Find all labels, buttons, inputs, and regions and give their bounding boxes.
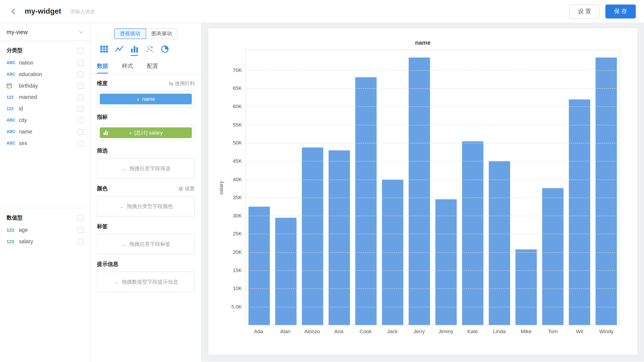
filter-dropzone[interactable]: → 拖拽任意字段筛选 xyxy=(97,158,195,179)
settings-button[interactable]: 设 置 xyxy=(569,4,600,18)
field-sidebar: my-view 分类型 ABCnationABCeducationbirthda… xyxy=(0,23,90,362)
plot-area: 5.0K10K15K20K25K30K35K40K45K50K55K60K65K… xyxy=(245,50,620,326)
dimension-holder: ∨ name xyxy=(97,91,195,107)
bar-Tom[interactable] xyxy=(542,188,563,325)
bar-Windy[interactable] xyxy=(595,58,617,325)
color-settings-label: 设置 xyxy=(185,185,195,192)
field-checkbox[interactable] xyxy=(78,60,84,66)
numeric-section-title: 数值型 xyxy=(7,214,22,221)
label-dropzone[interactable]: → 拖拽任意字段标签 xyxy=(97,234,195,254)
color-dropzone[interactable]: → 拖拽分类型字段颜色 xyxy=(97,196,195,216)
field-checkbox[interactable] xyxy=(78,106,84,112)
categorical-select-all-checkbox[interactable] xyxy=(78,48,84,54)
tab-样式[interactable]: 样式 xyxy=(122,59,133,74)
tooltip-title: 提示信息 xyxy=(97,260,118,268)
bar-chart-icon[interactable] xyxy=(130,44,139,53)
use-rows-cols-button[interactable]: ⇆ 使用行列 xyxy=(169,80,195,87)
field-item-name[interactable]: ABCname xyxy=(7,129,84,135)
label-placeholder: 拖拽任意字段标签 xyxy=(129,240,170,248)
label-title: 标签 xyxy=(97,223,108,230)
gridline xyxy=(246,106,620,107)
field-item-age[interactable]: 123age xyxy=(7,227,84,233)
field-checkbox[interactable] xyxy=(78,71,84,77)
x-label-Tom: Tom xyxy=(540,329,566,334)
field-checkbox[interactable] xyxy=(78,94,84,100)
bar-Mike[interactable] xyxy=(515,249,536,325)
tab-配置[interactable]: 配置 xyxy=(147,59,158,74)
x-label-Jerry: Jerry xyxy=(406,329,432,334)
dimension-header: 维度 ⇆ 使用行列 xyxy=(97,80,195,87)
field-checkbox[interactable] xyxy=(78,238,84,244)
metric-header: 指标 xyxy=(97,114,195,121)
bar-Alonzo[interactable] xyxy=(302,148,323,325)
bar-Linda[interactable] xyxy=(489,161,510,325)
bar-Alan[interactable] xyxy=(275,218,296,325)
bar-Wil[interactable] xyxy=(569,100,590,325)
tab-数据[interactable]: 数据 xyxy=(97,59,108,74)
y-tick-label: 35K xyxy=(233,194,242,200)
bar-Aria[interactable] xyxy=(328,150,350,325)
bar-Kate[interactable] xyxy=(462,141,483,325)
chart-type-selector xyxy=(90,39,201,58)
field-checkbox[interactable] xyxy=(78,140,84,146)
chevron-down-icon: ∨ xyxy=(129,130,132,135)
chart-stage: name salary 5.0K10K15K20K25K30K35K40K45K… xyxy=(202,23,644,362)
x-label-Cook: Cook xyxy=(352,329,379,334)
save-button[interactable]: 保 存 xyxy=(606,4,636,18)
numeric-section: 数值型 123age123salary xyxy=(0,208,90,244)
field-checkbox[interactable] xyxy=(78,83,84,88)
numeric-select-all-checkbox[interactable] xyxy=(78,215,84,221)
categorical-section-header: 分类型 xyxy=(7,47,84,54)
x-label-Alonzo: Alonzo xyxy=(299,329,326,334)
gridline xyxy=(246,252,620,253)
bar-slot xyxy=(459,50,486,325)
number-field-icon: 123 xyxy=(7,106,19,111)
field-item-birthday[interactable]: birthday xyxy=(7,82,84,89)
field-item-salary[interactable]: 123salary xyxy=(7,238,84,244)
chart-drive-button[interactable]: 图表驱动 xyxy=(146,28,178,39)
description-input[interactable] xyxy=(70,8,160,15)
y-tick-label: 45K xyxy=(233,158,242,164)
use-rows-cols-label: 使用行列 xyxy=(175,80,195,87)
gridline xyxy=(246,307,620,307)
gridline xyxy=(246,70,620,70)
y-tick-label: 10K xyxy=(233,286,242,292)
arrow-right-icon: → xyxy=(119,203,124,209)
field-item-city[interactable]: ABCcity xyxy=(7,117,84,123)
tooltip-dropzone[interactable]: → 拖拽数值型字段提示信息 xyxy=(97,272,195,292)
field-checkbox[interactable] xyxy=(78,227,84,233)
back-button[interactable] xyxy=(8,6,19,16)
scatter-chart-icon[interactable] xyxy=(145,44,154,53)
metric-chip[interactable]: ∨ [总计] salary xyxy=(100,127,192,138)
gridline xyxy=(246,216,620,216)
dimension-title: 维度 xyxy=(97,80,108,87)
line-chart-icon[interactable] xyxy=(114,44,124,53)
field-checkbox[interactable] xyxy=(78,129,84,135)
bar-Jimmy[interactable] xyxy=(435,200,456,325)
field-checkbox[interactable] xyxy=(78,117,84,123)
view-selector[interactable]: my-view xyxy=(0,23,90,41)
field-name: id xyxy=(19,106,78,112)
color-settings-button[interactable]: ⚙ 设置 xyxy=(178,185,195,192)
numeric-section-header: 数值型 xyxy=(7,214,84,221)
calendar-icon xyxy=(7,83,12,88)
y-tick-label: 20K xyxy=(233,249,242,255)
pie-chart-icon[interactable] xyxy=(160,44,169,53)
gear-icon: ⚙ xyxy=(178,186,183,191)
bar-Cook[interactable] xyxy=(355,78,376,325)
field-item-married[interactable]: 123married xyxy=(7,94,84,100)
field-item-nation[interactable]: ABCnation xyxy=(7,60,84,66)
bar-slot xyxy=(592,50,619,325)
bar-Ada[interactable] xyxy=(248,206,270,325)
pivot-drive-button[interactable]: 透视驱动 xyxy=(114,28,146,39)
field-item-education[interactable]: ABCeducation xyxy=(7,71,84,77)
text-field-icon: ABC xyxy=(7,60,19,65)
field-item-sex[interactable]: ABCsex xyxy=(7,140,84,146)
y-tick-label: 30K xyxy=(233,213,242,218)
table-chart-icon[interactable] xyxy=(99,44,108,53)
color-title: 颜色 xyxy=(97,185,108,192)
dimension-chip[interactable]: ∨ name xyxy=(100,94,192,104)
metric-title: 指标 xyxy=(97,114,108,121)
bar-Jerry[interactable] xyxy=(408,58,430,325)
field-item-id[interactable]: 123id xyxy=(7,106,84,112)
